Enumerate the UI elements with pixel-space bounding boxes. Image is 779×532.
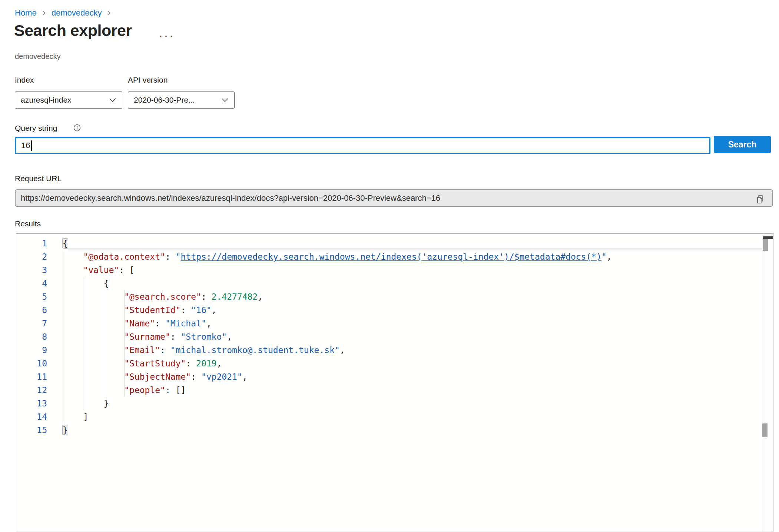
index-dropdown-value: azuresql-index [21, 96, 72, 104]
line-number-gutter: 123456789101112131415 [16, 237, 63, 437]
search-button[interactable]: Search [714, 136, 771, 153]
line-number: 4 [16, 277, 47, 290]
index-label: Index [15, 76, 34, 84]
line-number: 8 [16, 330, 47, 343]
code-line: "StudentId": "16", [63, 303, 612, 317]
chevron-down-icon [221, 98, 229, 102]
results-json-editor[interactable]: 123456789101112131415 { "@odata.context"… [16, 233, 773, 532]
breadcrumb-home-link[interactable]: Home [15, 8, 37, 18]
copy-icon[interactable] [755, 194, 765, 204]
line-number: 9 [16, 343, 47, 357]
code-line: "Email": "michal.stromko@.student.tuke.s… [63, 343, 612, 357]
editor-scroller: { "@odata.context": "https://demovedecky… [63, 234, 762, 532]
text-caret [31, 140, 32, 151]
code-line: "@odata.context": "https://demovedecky.s… [63, 250, 612, 263]
page-title: Search explorer [14, 21, 132, 40]
code-line: "people": [] [63, 383, 612, 397]
code-line: "Surname": "Stromko", [63, 330, 612, 343]
code-line: ] [63, 410, 612, 423]
scrollbar-thumb[interactable] [762, 423, 768, 437]
line-number: 14 [16, 410, 47, 423]
search-explorer-page: Home demovedecky Search explorer ··· dem… [0, 0, 779, 532]
line-number: 7 [16, 317, 47, 330]
line-number: 12 [16, 383, 47, 397]
json-code: { "@odata.context": "https://demovedecky… [63, 237, 612, 437]
api-version-dropdown[interactable]: 2020-06-30-Pre... [128, 92, 235, 109]
scrollbar-thumb[interactable] [763, 239, 768, 251]
line-number: 11 [16, 370, 47, 383]
line-number: 1 [16, 237, 47, 250]
chevron-down-icon [109, 98, 116, 102]
line-number: 15 [16, 423, 47, 437]
request-url-field[interactable]: https://demovedecky.search.windows.net/i… [15, 189, 773, 207]
code-line: } [63, 397, 612, 410]
code-line: "Name": "Michal", [63, 317, 612, 330]
scrollbar-decoration [763, 236, 773, 239]
info-icon[interactable] [73, 124, 81, 132]
request-url-value: https://demovedecky.search.windows.net/i… [21, 193, 767, 203]
results-label: Results [15, 219, 41, 228]
editor-vertical-scrollbar [762, 234, 773, 532]
line-number: 10 [16, 357, 47, 370]
code-line: } [63, 423, 612, 437]
code-line: "@search.score": 2.4277482, [63, 290, 612, 303]
line-number: 5 [16, 290, 47, 303]
request-url-label: Request URL [15, 174, 62, 183]
code-line: { [63, 277, 612, 290]
more-options-icon[interactable]: ··· [159, 29, 175, 41]
page-subtitle: demovedecky [15, 52, 60, 61]
code-line: "SubjectName": "vp2021", [63, 370, 612, 383]
code-line: "StartStudy": 2019, [63, 357, 612, 370]
breadcrumb: Home demovedecky [15, 8, 111, 18]
line-number: 3 [16, 263, 47, 277]
index-dropdown[interactable]: azuresql-index [15, 92, 122, 109]
code-line: "value": [ [63, 263, 612, 277]
query-input[interactable] [15, 137, 710, 154]
code-line: { [63, 237, 612, 250]
api-version-dropdown-value: 2020-06-30-Pre... [134, 96, 195, 104]
chevron-right-icon [42, 11, 46, 15]
query-input-wrap [15, 137, 710, 154]
query-string-label: Query string [15, 124, 57, 133]
api-version-label: API version [128, 76, 168, 84]
breadcrumb-demovedecky-link[interactable]: demovedecky [52, 8, 102, 18]
line-number: 2 [16, 250, 47, 263]
line-number: 13 [16, 397, 47, 410]
line-number: 6 [16, 303, 47, 317]
chevron-right-icon [107, 11, 111, 15]
